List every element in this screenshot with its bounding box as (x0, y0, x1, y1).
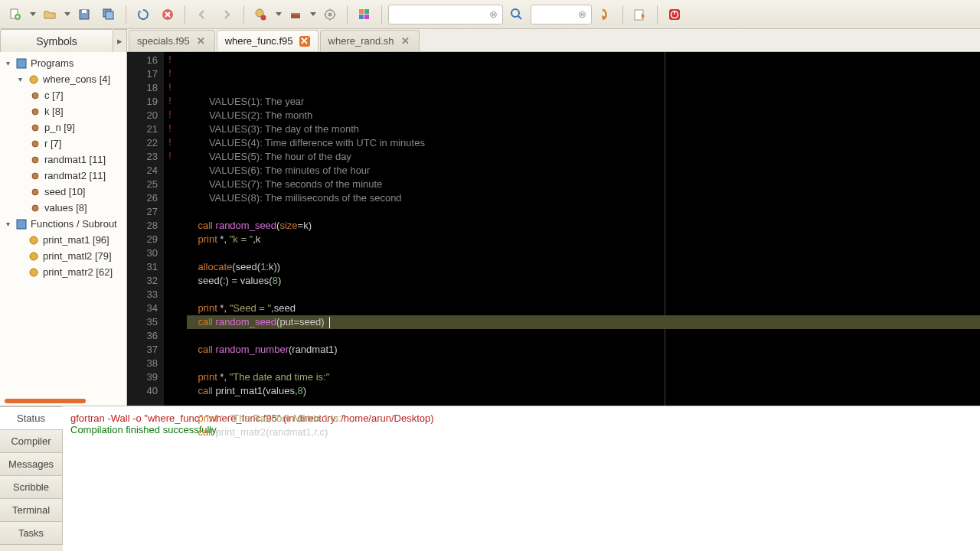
dropdown-icon[interactable] (276, 12, 282, 16)
tree-function[interactable]: print_matl2 [79] (2, 248, 125, 264)
file-tab[interactable]: where_rand.sh✕ (320, 30, 420, 51)
separator (243, 5, 244, 24)
code-line[interactable]: VALUES(1): The year (187, 95, 980, 109)
expand-icon[interactable]: ▾ (3, 59, 12, 67)
bottom-tab-compiler[interactable]: Compiler (0, 429, 63, 453)
sidebar-scrollbar[interactable] (5, 399, 86, 403)
goto-button[interactable] (595, 4, 616, 25)
tabs-row: Symbols ▸ specials.f95✕where_func.f95✕wh… (0, 29, 980, 52)
code-line[interactable]: print *, "The date and time is:" (187, 370, 980, 384)
quit-button[interactable] (664, 4, 685, 25)
code-line[interactable]: call random_seed(put=seed) (187, 315, 980, 329)
clear-icon[interactable]: ⊗ (578, 8, 586, 20)
code-line[interactable]: allocate(seed(1:k)) (187, 260, 980, 274)
svg-point-23 (32, 93, 38, 99)
goto-input[interactable] (536, 9, 578, 20)
file-tab[interactable]: where_func.f95✕ (217, 30, 318, 51)
code-line[interactable]: call print_mat1(values,8) (187, 384, 980, 398)
code-line[interactable]: VALUES(4): Time difference with UTC in m… (187, 136, 980, 150)
compile-button[interactable] (250, 4, 272, 25)
file-tab[interactable]: specials.f95✕ (129, 30, 215, 51)
svg-point-33 (30, 253, 38, 260)
tree-functions[interactable]: ▾ Functions / Subrout (2, 216, 125, 232)
dropdown-icon[interactable] (310, 12, 316, 16)
code-line[interactable] (187, 329, 980, 343)
code-line[interactable]: call random_seed(size=k) (187, 219, 980, 233)
separator (657, 5, 658, 24)
dropdown-icon[interactable] (30, 12, 36, 16)
code-line[interactable]: VALUES(7): The seconds of the minute (187, 178, 980, 191)
function-icon (28, 234, 40, 246)
tree-variable[interactable]: values [8] (2, 200, 125, 216)
code-line[interactable]: VALUES(8): The milliseconds of the secon… (187, 191, 980, 205)
code-line[interactable]: VALUES(2): The month (187, 109, 980, 122)
tree-function[interactable]: print_mat1 [96] (2, 232, 125, 248)
code-line[interactable]: VALUES(5): The hour of the day (187, 150, 980, 164)
bottom-tab-scribble[interactable]: Scribble (0, 475, 63, 499)
code-editor[interactable]: 1617181920212223242526272829303132333435… (127, 52, 980, 406)
close-button[interactable] (157, 4, 178, 25)
code-line[interactable]: VALUES(6): The minutes of the hour (187, 164, 980, 178)
nav-forward-button[interactable] (216, 4, 237, 25)
nav-back-button[interactable] (191, 4, 213, 25)
reload-button[interactable] (132, 4, 154, 25)
svg-point-12 (328, 12, 332, 16)
close-tab-icon[interactable]: ✕ (196, 36, 207, 47)
new-file-button[interactable] (5, 4, 26, 25)
code-line[interactable] (187, 398, 980, 412)
bottom-tab-tasks[interactable]: Tasks (0, 521, 63, 545)
code-line[interactable] (187, 357, 980, 370)
code-line[interactable]: print *, "The Random Matrix 1 is:" (187, 412, 980, 425)
separator (622, 5, 623, 24)
tree-variable[interactable]: randmat2 [11] (2, 168, 125, 184)
expand-icon[interactable]: ▾ (15, 75, 24, 83)
collapse-sidebar-icon[interactable]: ▸ (113, 29, 127, 52)
separator (347, 5, 348, 24)
svg-rect-15 (359, 15, 364, 19)
dropdown-icon[interactable] (64, 12, 70, 16)
tree-variable[interactable]: seed [10] (2, 184, 125, 200)
build-button[interactable] (285, 4, 306, 25)
expand-icon[interactable]: ▾ (3, 220, 12, 228)
search-input[interactable] (394, 9, 489, 20)
preferences-button[interactable] (629, 4, 651, 25)
tree-function[interactable]: print_matr2 [62] (2, 264, 125, 280)
tree-label: randmat1 [11] (44, 154, 106, 165)
bottom-tab-status[interactable]: Status (0, 406, 63, 430)
code-line[interactable] (187, 205, 980, 219)
code-line[interactable]: print *, "Seed = ",seed (187, 302, 980, 315)
code-line[interactable]: print *, "k = ",k (187, 233, 980, 246)
code-line[interactable]: call random_number(randmat1) (187, 343, 980, 357)
code-line[interactable] (187, 246, 980, 260)
bottom-tab-terminal[interactable]: Terminal (0, 498, 63, 522)
tab-label: specials.f95 (137, 35, 190, 47)
code-line[interactable]: call print_matr2(randmat1,r,c) (187, 425, 980, 439)
bottom-tab-messages[interactable]: Messages (0, 452, 63, 476)
clear-icon[interactable]: ⊗ (489, 8, 498, 20)
tree-variable[interactable]: c [7] (2, 87, 125, 103)
tree-variable[interactable]: r [7] (2, 135, 125, 152)
module-icon (15, 57, 28, 70)
color-picker-button[interactable] (354, 4, 375, 25)
tree-variable[interactable]: p_n [9] (2, 119, 125, 135)
tree-variable[interactable]: k [8] (2, 103, 125, 119)
save-button[interactable] (74, 4, 95, 25)
symbols-panel-tab[interactable]: Symbols (0, 29, 113, 52)
goto-field[interactable]: ⊗ (531, 5, 592, 24)
save-all-button[interactable] (98, 4, 119, 25)
code-line[interactable] (187, 288, 980, 302)
code-line[interactable]: VALUES(3): The day of the month (187, 122, 980, 136)
tree-program-item[interactable]: ▾ where_cons [4] (2, 71, 125, 87)
search-field[interactable]: ⊗ (388, 5, 503, 24)
open-file-button[interactable] (39, 4, 60, 25)
run-button[interactable] (319, 4, 341, 25)
tree-programs[interactable]: ▾ Programs (2, 55, 125, 71)
code-line[interactable]: seed(:) = values(8) (187, 274, 980, 288)
close-tab-icon[interactable]: ✕ (400, 36, 411, 47)
tree-variable[interactable]: randmat1 [11] (2, 152, 125, 168)
close-tab-icon[interactable]: ✕ (299, 36, 310, 47)
code-area[interactable]: VALUES(1): The year VALUES(2): The month… (178, 52, 980, 406)
find-button[interactable] (506, 4, 528, 25)
tree-label: r [7] (44, 138, 61, 149)
bottom-tabs: StatusCompilerMessagesScribbleTerminalTa… (0, 406, 63, 551)
